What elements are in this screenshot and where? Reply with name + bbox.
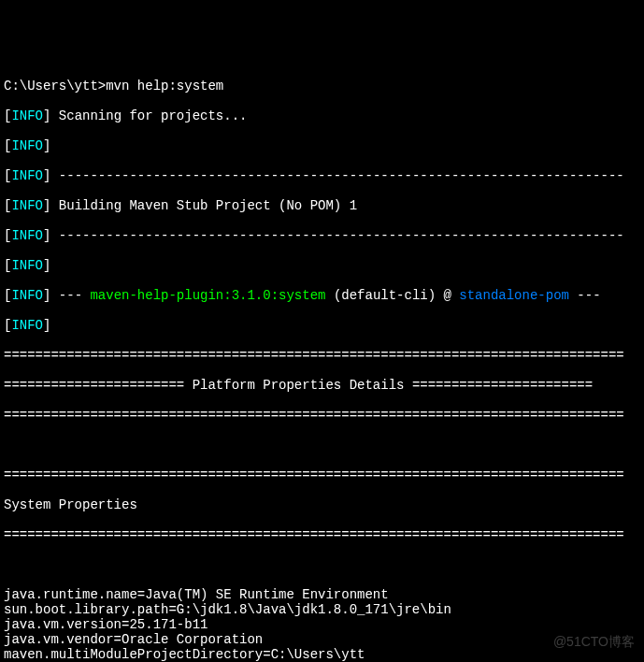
section-header: System Properties xyxy=(4,497,640,512)
info-line: [INFO] Building Maven Stub Project (No P… xyxy=(4,198,640,213)
info-line: [INFO] --- maven-help-plugin:3.1.0:syste… xyxy=(4,288,640,303)
info-line: [INFO] xyxy=(4,138,640,153)
blank-line xyxy=(4,438,640,453)
separator: ========================================… xyxy=(4,468,640,482)
property-line: java.vm.version=25.171-b11 xyxy=(4,617,640,632)
plugin-name: maven-help-plugin:3.1.0:system xyxy=(90,288,325,303)
info-line: [INFO] ---------------------------------… xyxy=(4,228,640,243)
command-prompt: C:\Users\ytt>mvn help:system xyxy=(4,79,640,94)
property-line: maven.multiModuleProjectDirectory=C:\Use… xyxy=(4,647,640,662)
pom-name: standalone-pom xyxy=(459,288,569,303)
properties-list: java.runtime.name=Java(TM) SE Runtime En… xyxy=(4,587,640,662)
section-title: ======================= Platform Propert… xyxy=(4,378,640,393)
separator: ========================================… xyxy=(4,348,640,363)
info-line: [INFO] Scanning for projects... xyxy=(4,108,640,123)
info-line: [INFO] xyxy=(4,318,640,333)
property-line: sun.boot.library.path=G:\jdk1.8\Java\jdk… xyxy=(4,602,640,617)
blank-line xyxy=(4,557,640,572)
separator: ========================================… xyxy=(4,527,640,542)
separator: ========================================… xyxy=(4,408,640,423)
info-line: [INFO] ---------------------------------… xyxy=(4,168,640,183)
property-line: java.vm.vendor=Oracle Corporation xyxy=(4,632,640,647)
watermark: @51CTO博客 xyxy=(553,634,635,649)
terminal-output: C:\Users\ytt>mvn help:system [INFO] Scan… xyxy=(4,64,640,662)
info-line: [INFO] xyxy=(4,258,640,273)
property-line: java.runtime.name=Java(TM) SE Runtime En… xyxy=(4,587,640,602)
